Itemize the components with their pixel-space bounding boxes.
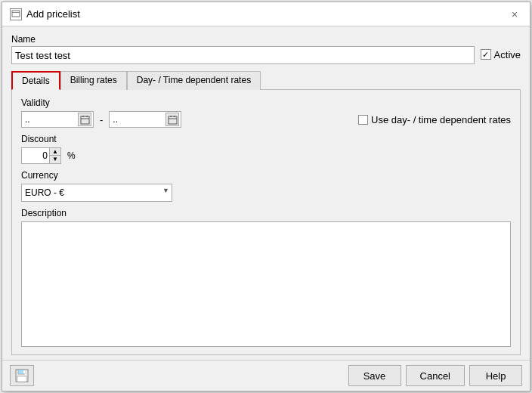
percent-label: % xyxy=(67,150,76,161)
active-checkbox[interactable]: ✓ xyxy=(481,49,491,60)
name-label: Name xyxy=(11,34,475,45)
description-textarea[interactable] xyxy=(21,221,511,347)
currency-section: Currency EURO - € USD - $ GBP - £ xyxy=(21,170,511,202)
name-row: Name ✓ Active xyxy=(11,34,521,64)
description-section: Description xyxy=(21,208,511,347)
discount-spinner: ▲ ▼ xyxy=(21,147,61,164)
currency-select-wrap: EURO - € USD - $ GBP - £ xyxy=(21,184,172,202)
spin-down-button[interactable]: ▼ xyxy=(50,156,60,163)
day-time-checkbox-wrap: Use day- / time dependent rates xyxy=(358,114,511,125)
add-pricelist-dialog: Add pricelist × Name ✓ Active Details Bi… xyxy=(2,2,530,391)
day-time-checkbox[interactable] xyxy=(358,115,368,125)
date-separator: - xyxy=(100,114,103,125)
spinner-buttons: ▲ ▼ xyxy=(49,148,60,163)
currency-select[interactable]: EURO - € USD - $ GBP - £ xyxy=(21,184,172,202)
date-to-input[interactable] xyxy=(111,114,164,125)
spin-up-button[interactable]: ▲ xyxy=(50,148,60,156)
date-from-input[interactable] xyxy=(23,114,76,125)
description-label: Description xyxy=(21,208,511,218)
validity-section: Validity - xyxy=(21,97,511,128)
discount-row: ▲ ▼ % xyxy=(21,147,511,164)
dialog-body: Name ✓ Active Details Billing rates Day-… xyxy=(2,26,530,360)
discount-label: Discount xyxy=(21,134,511,144)
date-from-wrap xyxy=(21,111,94,128)
title-bar: Add pricelist × xyxy=(2,2,530,26)
discount-input[interactable] xyxy=(22,148,49,163)
calendar-to-icon[interactable] xyxy=(165,113,179,126)
svg-rect-12 xyxy=(17,376,26,382)
save-button[interactable]: Save xyxy=(348,365,401,386)
svg-rect-11 xyxy=(18,370,24,374)
cancel-button[interactable]: Cancel xyxy=(406,365,465,386)
validity-label: Validity xyxy=(21,97,511,108)
calendar-from-icon[interactable] xyxy=(78,113,91,126)
active-label: Active xyxy=(494,49,521,60)
validity-row: - xyxy=(21,111,511,128)
tab-daytime[interactable]: Day- / Time dependent rates xyxy=(127,71,261,90)
day-time-check: Use day- / time dependent rates xyxy=(358,114,511,125)
tab-content-details: Validity - xyxy=(11,90,521,355)
tab-details[interactable]: Details xyxy=(11,71,60,90)
name-input[interactable] xyxy=(11,46,475,64)
save-icon-button[interactable] xyxy=(10,365,34,386)
title-bar-left: Add pricelist xyxy=(10,8,80,20)
dialog-title: Add pricelist xyxy=(26,8,80,20)
day-time-label: Use day- / time dependent rates xyxy=(371,114,511,125)
currency-label: Currency xyxy=(21,170,511,181)
svg-rect-0 xyxy=(12,11,20,17)
active-section: ✓ Active xyxy=(481,49,521,60)
svg-rect-6 xyxy=(169,116,177,124)
dialog-icon xyxy=(10,8,22,20)
name-section: Name xyxy=(11,34,475,64)
discount-section: Discount ▲ ▼ % xyxy=(21,134,511,164)
svg-rect-13 xyxy=(23,370,25,373)
tab-billing[interactable]: Billing rates xyxy=(60,71,127,90)
help-button[interactable]: Help xyxy=(469,365,522,386)
svg-rect-2 xyxy=(81,116,89,124)
close-button[interactable]: × xyxy=(507,7,522,22)
date-to-wrap xyxy=(109,111,181,128)
footer: Save Cancel Help xyxy=(2,360,530,391)
tab-bar: Details Billing rates Day- / Time depend… xyxy=(11,70,521,90)
